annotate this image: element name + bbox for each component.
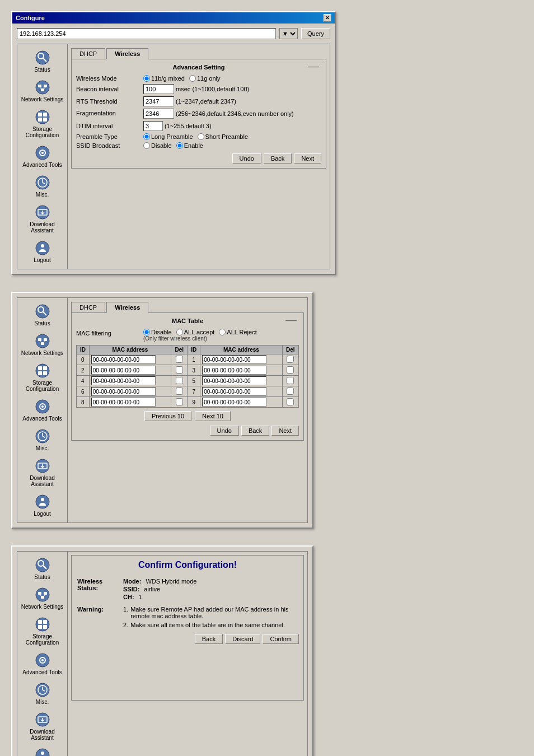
main-layout-1: Status Network Settings: [17, 44, 330, 269]
mac-left[interactable]: [89, 386, 171, 397]
tab-dhcp-2[interactable]: DHCP: [71, 302, 105, 313]
sidebar-item-download-1[interactable]: Download Assistant: [17, 201, 67, 237]
id-left: 4: [77, 376, 90, 386]
del-left[interactable]: [171, 397, 188, 408]
del-right[interactable]: [282, 386, 299, 397]
mac-filter-accept[interactable]: ALL accept: [176, 329, 215, 335]
svg-rect-36: [38, 366, 42, 370]
rts-threshold-label: RTS Threshold: [76, 98, 143, 105]
mac-right[interactable]: [200, 397, 282, 408]
sidebar-label-download-2: Download Assistant: [20, 475, 65, 487]
dtim-interval-value: (1~255,default 3): [143, 121, 321, 131]
advanced-icon-2: [35, 399, 50, 414]
sidebar-item-status-3[interactable]: Status: [17, 554, 67, 584]
network-icon-2: [35, 333, 50, 349]
bottom-buttons-3: Back Discard Confirm: [76, 634, 299, 644]
wireless-mode-option-0[interactable]: 11b/g mixed: [143, 75, 185, 82]
del-left[interactable]: [171, 354, 188, 365]
sidebar-item-download-2[interactable]: Download Assistant: [17, 455, 67, 491]
del-right[interactable]: [282, 354, 299, 365]
mac-filtering-row: MAC filtering Disable ALL accept: [76, 329, 299, 342]
sidebar-item-status-2[interactable]: Status: [17, 300, 67, 330]
storage-icon-3: [35, 617, 50, 632]
del-left[interactable]: [171, 386, 188, 397]
mac-left[interactable]: [89, 376, 171, 386]
next-10-button[interactable]: Next 10: [195, 411, 231, 421]
sidebar-item-storage-3[interactable]: Storage Configuration: [17, 613, 67, 649]
del-left[interactable]: [171, 376, 188, 386]
id-left: 0: [77, 354, 90, 365]
back-button-3[interactable]: Back: [195, 634, 223, 644]
mac-right[interactable]: [200, 386, 282, 397]
tab-wireless-1[interactable]: Wireless: [106, 48, 148, 59]
fragmentation-input[interactable]: [143, 109, 174, 119]
beacon-interval-input[interactable]: [143, 84, 174, 94]
sidebar-item-network-1[interactable]: Network Settings: [17, 76, 67, 106]
svg-rect-12: [38, 118, 42, 122]
svg-rect-39: [43, 371, 47, 375]
sidebar-item-advanced-1[interactable]: Advanced Tools: [17, 142, 67, 171]
sidebar-item-misc-2[interactable]: Misc.: [17, 425, 67, 455]
content-area-2: DHCP Wireless MAC Table —— MAC filtering: [68, 298, 307, 522]
back-button-1[interactable]: Back: [264, 153, 292, 164]
mac-left[interactable]: [89, 365, 171, 376]
dtim-interval-input[interactable]: [143, 121, 163, 131]
tab-dhcp-1[interactable]: DHCP: [71, 48, 105, 59]
sidebar-item-download-3[interactable]: Download Assistant: [17, 708, 67, 744]
mac-filter-reject[interactable]: ALL Reject: [219, 329, 256, 335]
sidebar-item-advanced-2[interactable]: Advanced Tools: [17, 395, 67, 425]
svg-point-3: [36, 81, 49, 94]
sidebar-item-network-2[interactable]: Network Settings: [17, 330, 67, 360]
ssid-enable-option[interactable]: Enable: [176, 142, 203, 149]
sidebar-item-storage-1[interactable]: Storage Configuration: [17, 106, 67, 142]
mac-right[interactable]: [200, 376, 282, 386]
mac-left[interactable]: [89, 397, 171, 408]
sidebar-item-status-1[interactable]: Status: [17, 46, 67, 76]
discard-button-3[interactable]: Discard: [225, 634, 260, 644]
sidebar-item-misc-3[interactable]: Misc.: [17, 679, 67, 708]
sidebar-item-storage-2[interactable]: Storage Configuration: [17, 360, 67, 395]
preamble-option-0[interactable]: Long Preamble: [143, 133, 193, 140]
svg-point-55: [36, 588, 49, 601]
del-right[interactable]: [282, 365, 299, 376]
tab-wireless-2[interactable]: Wireless: [106, 302, 148, 313]
mac-right[interactable]: [200, 354, 282, 365]
back-button-2[interactable]: Back: [241, 426, 269, 436]
sidebar-item-advanced-3[interactable]: Advanced Tools: [17, 649, 67, 679]
previous-10-button[interactable]: Previous 10: [144, 411, 191, 421]
rts-threshold-input[interactable]: [143, 96, 174, 106]
misc-icon-2: [35, 428, 50, 444]
sidebar-item-logout-1[interactable]: Logout: [17, 237, 67, 267]
query-button-1[interactable]: Query: [301, 28, 330, 39]
preamble-option-1[interactable]: Short Preamble: [198, 133, 248, 140]
undo-button-2[interactable]: Undo: [210, 426, 239, 436]
svg-rect-65: [43, 625, 47, 629]
svg-point-29: [36, 334, 49, 348]
sidebar-label-storage-3: Storage Configuration: [20, 633, 65, 646]
sidebar-label-storage-2: Storage Configuration: [20, 380, 65, 392]
mac-right[interactable]: [200, 365, 282, 376]
next-button-2[interactable]: Next: [271, 426, 299, 436]
ssid-disable-option[interactable]: Disable: [143, 142, 172, 149]
sidebar-3: Status Network Settings Storage Configur…: [17, 552, 68, 756]
del-right[interactable]: [282, 397, 299, 408]
mac-left[interactable]: [89, 354, 171, 365]
sidebar-item-logout-3[interactable]: Logout: [17, 744, 67, 756]
wireless-mode-option-1[interactable]: 11g only: [189, 75, 221, 82]
address-dropdown-1[interactable]: ▼: [279, 28, 298, 39]
undo-button-1[interactable]: Undo: [232, 153, 261, 164]
sidebar-item-logout-2[interactable]: Logout: [17, 491, 67, 520]
next-button-1[interactable]: Next: [294, 153, 321, 164]
close-button-1[interactable]: ✕: [324, 14, 331, 22]
address-input-1[interactable]: [17, 28, 276, 39]
network-icon-1: [35, 80, 50, 95]
del-right[interactable]: [282, 376, 299, 386]
mac-filter-disable[interactable]: Disable: [143, 329, 172, 335]
sidebar-item-network-3[interactable]: Network Settings: [17, 584, 67, 613]
advanced-icon-1: [35, 145, 50, 161]
confirm-button-3[interactable]: Confirm: [263, 634, 299, 644]
rts-threshold-row: RTS Threshold (1~2347,default 2347): [76, 96, 321, 106]
sidebar-item-misc-1[interactable]: Misc.: [17, 171, 67, 201]
del-left[interactable]: [171, 365, 188, 376]
status-icon-3: [35, 557, 50, 573]
